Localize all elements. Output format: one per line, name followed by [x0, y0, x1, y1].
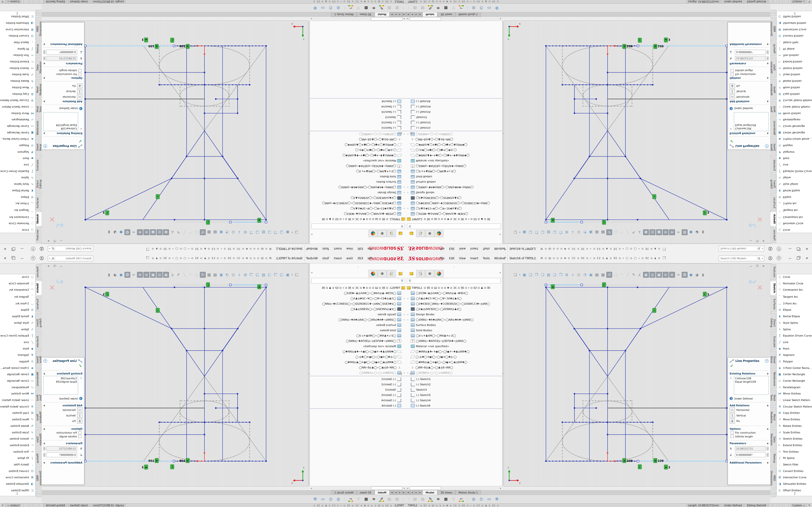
menu-file[interactable]: File	[440, 257, 445, 260]
color-corner-icon[interactable]: ⌐	[348, 5, 354, 11]
tab-model[interactable]: Model	[422, 12, 438, 17]
tree-row-sensors[interactable]: ▸◯Ʌ♟◎✚ƧƆ∘Ψ◯∘◯Ψ∘ƆƧ✚◎♟Ʌ◯	[406, 296, 502, 301]
settings-gear-icon[interactable]: ⚙	[312, 496, 318, 502]
tab-markup[interactable]: Markup	[770, 451, 776, 465]
tool-ellipse[interactable]: ⊖Ellipse	[778, 195, 812, 199]
flyout-collapse-chevron[interactable]: « «	[793, 476, 797, 507]
toolbar-grip[interactable]: ⋮	[402, 6, 405, 10]
tool-trim-entities[interactable]: ✄Trim Entities	[778, 450, 812, 453]
tree-row-right-plane[interactable]: ◯✚Ψƃ◎♟◯✳◉I◯∘◯I◉✳◯♟◎ƃΨ✚◯	[310, 359, 406, 365]
tree-row-equations[interactable]: Σ◯ƧИИ◎∘✚AΠƐƎ◎∘◎ƎƐΠA✚∘◎ИИƧ◯	[310, 338, 406, 344]
sheets-icon[interactable]: ▤	[387, 5, 392, 11]
scroll-thumb[interactable]	[371, 17, 402, 20]
first-tab-button[interactable]: |◀	[406, 490, 410, 495]
flyout-panel-arrow[interactable]: ›	[311, 233, 312, 236]
tool-stretch-entities[interactable]: ↔Stretch Entities	[778, 437, 812, 440]
panel-drag-handle[interactable]: •	[310, 239, 406, 241]
tool-center-rectangle[interactable]: ▣Center Rectangle	[0, 373, 34, 376]
tool-corner-rectangle[interactable]: ▭Corner Rectangle	[778, 125, 812, 128]
tree-row-sketch3[interactable]: Sketch3	[406, 387, 502, 392]
prev-tab-button[interactable]: ◀	[398, 12, 402, 17]
tree-row-design-binder[interactable]: ▸Design Binder	[406, 312, 502, 317]
tree-row-camera[interactable]: ◯Ƨ♟◎ƧИƐƎƧƧ◯∘◯ƧƧƎИƧ◎♟Ƨ◯	[406, 195, 502, 201]
first-tab-button[interactable]: |◀	[406, 12, 410, 17]
menu-view[interactable]: View	[346, 247, 353, 250]
tool-equation-driven-curve[interactable]: ƒEquation Driven Curve	[778, 334, 812, 337]
tool-move-entities[interactable]: ↗Move Entities	[0, 418, 34, 421]
restore-button[interactable]	[795, 246, 801, 251]
existing-relations-header[interactable]: Existing Relations∧	[43, 370, 83, 375]
close-button[interactable]: ✕	[804, 256, 810, 261]
add-horizontal-button[interactable]: —Horizontal	[43, 95, 83, 100]
toolbar-grip[interactable]: ⋮	[466, 497, 469, 501]
tree-row-origin[interactable]: ⊥◯ИИ∘ƃ◎♟◯∘◯♟◎ƃ∘ИИ◯	[310, 137, 406, 142]
tab-surfaces[interactable]: Surfaces	[36, 296, 42, 312]
sheets-icon[interactable]: ▤	[387, 496, 392, 502]
toolbar-grip[interactable]: ⋮	[343, 497, 346, 501]
tool-perimeter-circle[interactable]: ◌Perimeter Circle	[0, 222, 34, 225]
menu-view[interactable]: View	[346, 257, 353, 260]
restore-button[interactable]	[11, 256, 17, 261]
tab-mesh-modeling[interactable]: Mesh Modeling	[36, 79, 42, 100]
settings-gear-icon[interactable]: ⚙	[494, 496, 500, 502]
tree-row-history[interactable]: ◯ƧƐƎ✚∘♟◎ΛAΦ◯∘◯ΦAΛ◎♟∘✚ƎƐƧ◯	[310, 211, 406, 217]
tool-perimeter-circle[interactable]: ◌Perimeter Circle	[778, 282, 812, 285]
part-cube-icon[interactable]: ❒	[146, 247, 149, 251]
flyout-collapse-chevron[interactable]: « «	[15, 0, 19, 31]
add-relations-header[interactable]: Add Relations∧	[729, 100, 769, 105]
add-relations-header[interactable]: Add Relations∧	[729, 402, 769, 407]
tab-motion-study-1[interactable]: Motion Study 1	[331, 12, 356, 17]
add-vertical-button[interactable]: |Vertical	[43, 413, 83, 418]
tree-row-sketch3[interactable]: Sketch3	[406, 115, 502, 120]
first-tab-button[interactable]: |◀	[402, 490, 406, 495]
existing-relations-header[interactable]: Existing Relations∧	[729, 132, 769, 137]
add-fix-button[interactable]: ⚓Fix	[43, 83, 83, 89]
tool-center-rectangle[interactable]: ▣Center Rectangle	[0, 131, 34, 134]
search-icon[interactable]	[757, 257, 761, 261]
tool-parallelogram[interactable]: ▱Parallelogram	[778, 386, 812, 389]
color-corner-icon[interactable]: ⌐	[458, 496, 464, 502]
tool-linear-sketch-pattern[interactable]: ∷Linear Sketch Pattern	[0, 398, 34, 402]
tool-trim-entities[interactable]: ✄Trim Entities	[778, 54, 812, 57]
tab-sketch[interactable]: Sketch	[36, 212, 42, 226]
tool-centerpoint-arc[interactable]: ◠Centerpoint Arc	[0, 288, 34, 291]
tab-overflow[interactable]: ⋮ ⋮	[36, 491, 42, 497]
relation-badge-parallel3[interactable]: ∕3	[103, 292, 109, 296]
menu-edit[interactable]: Edit	[357, 247, 363, 250]
spinner[interactable]: ▴▾	[43, 453, 45, 457]
toolbar-grip[interactable]: ⋮	[407, 6, 410, 10]
tab-overflow[interactable]: ⋮ ⋮	[36, 10, 42, 16]
part-cube-icon[interactable]: ❒	[663, 256, 666, 260]
tree-row-right-plane[interactable]: ◯✚Ψƃ◎♟◯✳◉I◯∘◯I◉✳◯♟◎ƃΨ✚◯	[310, 142, 406, 148]
tab-dimxpertmanager[interactable]	[368, 230, 377, 237]
tree-row-material[interactable]: Material <not specified>	[310, 344, 406, 349]
tree-row-design-binder[interactable]: ▸Design Binder	[310, 190, 406, 195]
tool-mirror-entities[interactable]: ⋈Mirror Entities	[778, 392, 812, 395]
prev-tab-button[interactable]: ◀	[398, 490, 402, 495]
scroll-left-icon[interactable]: ◂	[406, 18, 409, 20]
tab-sketch[interactable]: Sketch	[36, 281, 42, 295]
tree-row-sketch5[interactable]: (-) Sketch5	[406, 109, 502, 115]
collapse-icon[interactable]: ∧	[767, 372, 769, 375]
minimize-button[interactable]: —	[19, 256, 25, 261]
menu-insert[interactable]: Insert	[334, 247, 342, 250]
for-construction-option[interactable]: For construction	[729, 431, 769, 434]
line-weights-icon[interactable]: ≡	[435, 5, 441, 11]
tree-row-sketch2[interactable]: (-) Sketch2	[310, 120, 406, 125]
relation-badge-parallel[interactable]: ∕	[602, 220, 606, 225]
tool-trim-entities[interactable]: ✄Trim Entities	[0, 450, 34, 453]
tool-fit-spline[interactable]: ∫Fit Spline	[0, 456, 34, 460]
scroll-right-icon[interactable]: ▸	[499, 487, 502, 489]
tool-tangent-arc[interactable]: ⌒Tangent Arc	[778, 208, 812, 213]
tree-row-sketch6-active[interactable]: (-) Sketch6	[310, 403, 406, 408]
tab-features[interactable]: Features	[36, 227, 42, 243]
tree-row-camera[interactable]: ◯Ƨ♟◎ƧИƐƎƧƧ◯∘◯ƧƧƎИƧ◎♟Ƨ◯	[406, 306, 502, 312]
tool-partial-ellipse[interactable]: ◖Partial Ellipse	[0, 189, 34, 192]
search-icon[interactable]	[757, 247, 761, 250]
tab-motion-study-1[interactable]: Motion Study 1	[455, 12, 481, 17]
tab-sheet-metal[interactable]: Sheet Metal	[770, 351, 776, 369]
tree-row-sketch4[interactable]: (-) Sketch4	[310, 104, 406, 109]
tree-row-equations[interactable]: Σ◯ƧИИ◎∘✚AΠƐƎ◎∘◎ƎƐΠA✚∘◎ИИƧ◯	[406, 163, 502, 169]
tree-row-surface-bodies[interactable]: Surface Bodies	[406, 179, 502, 185]
menu-tools[interactable]: Tools	[483, 257, 490, 260]
